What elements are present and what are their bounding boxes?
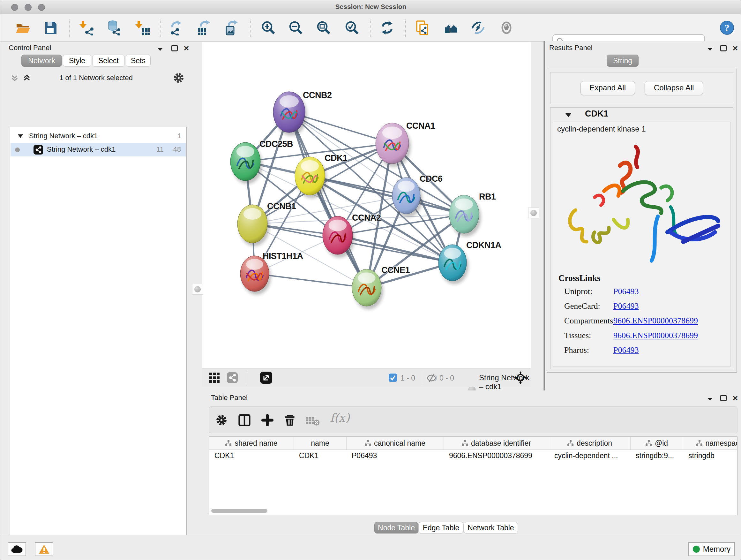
float-panel-icon[interactable] bbox=[156, 45, 164, 53]
export-image-icon[interactable] bbox=[224, 20, 239, 36]
network-edge[interactable] bbox=[338, 235, 453, 263]
close-panel-icon[interactable]: ✕ bbox=[731, 394, 739, 402]
network-node-CCNA1[interactable] bbox=[376, 123, 411, 167]
tab-edge-table[interactable]: Edge Table bbox=[418, 522, 464, 534]
zoom-selected-icon[interactable] bbox=[344, 20, 360, 36]
network-graph: CCNB2CCNA1CDC25BCDK1CDC6RB1CCNB1CCNA2CDK… bbox=[202, 42, 531, 368]
birdseye-crosshair-icon[interactable] bbox=[514, 371, 527, 384]
memory-button[interactable]: Memory bbox=[688, 542, 735, 556]
cell-database-identifier[interactable]: 9606.ENSP00000378699 bbox=[444, 449, 549, 462]
node-gloss bbox=[301, 160, 319, 172]
network-node-CDKN1A[interactable] bbox=[439, 245, 468, 284]
collapse-all-button[interactable]: Collapse All bbox=[645, 81, 703, 95]
import-table-icon[interactable] bbox=[135, 20, 150, 36]
crosslink-value-link[interactable]: P06493 bbox=[613, 346, 638, 355]
network-node-CCNB1[interactable] bbox=[238, 205, 269, 246]
column-header-name[interactable]: name bbox=[294, 437, 347, 449]
maximize-panel-icon[interactable] bbox=[720, 395, 727, 401]
zoom-fit-icon[interactable] bbox=[316, 20, 331, 36]
export-table-icon[interactable] bbox=[196, 20, 211, 36]
cell-name[interactable]: CDK1 bbox=[294, 449, 347, 462]
collapse-caret-icon[interactable] bbox=[17, 134, 23, 138]
delete-column-icon[interactable] bbox=[283, 414, 296, 427]
eye-slash-icon[interactable] bbox=[470, 20, 486, 36]
zoom-in-icon[interactable] bbox=[261, 20, 276, 36]
crosslink-value-link[interactable]: 9606.ENSP00000378699 bbox=[613, 316, 698, 326]
network-node-CCNA2[interactable] bbox=[323, 216, 354, 258]
expand-all-button[interactable]: Expand All bbox=[581, 81, 635, 95]
crosslink-value-link[interactable]: P06493 bbox=[613, 301, 638, 311]
detach-view-icon[interactable] bbox=[260, 372, 272, 384]
crosslink-value-link[interactable]: 9606.ENSP00000378699 bbox=[613, 331, 698, 340]
selected-checkbox-icon[interactable] bbox=[389, 374, 397, 382]
tab-select[interactable]: Select bbox=[92, 55, 125, 67]
column-header-shared-name[interactable]: shared name bbox=[209, 437, 294, 449]
cell-description[interactable]: cyclin-dependent ... bbox=[549, 449, 630, 462]
gear-icon[interactable] bbox=[173, 72, 185, 84]
network-edge[interactable] bbox=[289, 112, 367, 288]
crosslink-row: Tissues:9606.ENSP00000378699 bbox=[553, 331, 731, 346]
float-panel-icon[interactable] bbox=[706, 395, 714, 403]
share-view-icon[interactable] bbox=[227, 372, 238, 383]
cloud-button[interactable] bbox=[8, 542, 26, 556]
expand-all-icon[interactable] bbox=[22, 73, 31, 83]
network-node-RB1[interactable] bbox=[449, 195, 481, 237]
column-header--id[interactable]: @id bbox=[630, 437, 683, 449]
network-node-CDK1[interactable] bbox=[295, 157, 327, 198]
crosslink-value-link[interactable]: P06493 bbox=[613, 287, 638, 296]
column-header-label: @id bbox=[655, 439, 668, 448]
export-network-icon[interactable] bbox=[169, 20, 184, 36]
splitter-handle[interactable] bbox=[192, 284, 203, 295]
horizontal-scrollbar[interactable] bbox=[211, 509, 267, 513]
tab-network[interactable]: Network bbox=[21, 55, 62, 67]
import-network-icon[interactable] bbox=[79, 20, 94, 36]
network-edge[interactable] bbox=[255, 273, 367, 288]
tab-node-table[interactable]: Node Table bbox=[374, 522, 418, 534]
tab-network-table[interactable]: Network Table bbox=[464, 522, 518, 534]
maximize-panel-icon[interactable] bbox=[720, 45, 727, 51]
floppy-save-icon[interactable] bbox=[43, 20, 58, 36]
tab-sets[interactable]: Sets bbox=[126, 55, 151, 67]
close-panel-icon[interactable]: ✕ bbox=[731, 44, 739, 53]
network-node-HIST1H1A[interactable] bbox=[240, 256, 271, 295]
maximize-panel-icon[interactable] bbox=[172, 45, 178, 51]
add-column-icon[interactable] bbox=[261, 414, 274, 427]
zoom-out-icon[interactable] bbox=[288, 20, 304, 36]
splitter-handle[interactable] bbox=[528, 207, 539, 219]
float-panel-icon[interactable] bbox=[706, 45, 714, 53]
tab-string[interactable]: String bbox=[607, 55, 638, 67]
columns-icon[interactable] bbox=[238, 414, 251, 427]
cell-canonical-name[interactable]: P06493 bbox=[347, 449, 444, 462]
network-view-canvas[interactable]: CCNB2CCNA1CDC25BCDK1CDC6RB1CCNB1CCNA2CDK… bbox=[202, 42, 531, 368]
cell--id[interactable]: stringdb:9... bbox=[630, 449, 683, 462]
node-label-CCNA1: CCNA1 bbox=[406, 121, 435, 131]
selected-count: 1 - 0 bbox=[401, 374, 415, 382]
import-database-icon[interactable] bbox=[106, 20, 121, 36]
column-header-description[interactable]: description bbox=[549, 437, 630, 449]
double-house-icon[interactable] bbox=[444, 20, 459, 36]
column-header-canonical-name[interactable]: canonical name bbox=[347, 437, 444, 449]
gear-icon[interactable] bbox=[215, 414, 228, 427]
network-node-CCNB2[interactable] bbox=[273, 91, 307, 136]
help-icon[interactable]: ? bbox=[719, 20, 735, 36]
cell-namespace[interactable]: stringdb bbox=[683, 449, 738, 462]
collapse-all-icon[interactable] bbox=[10, 73, 19, 83]
network-collection-row[interactable]: String Network – cdk1 1 bbox=[10, 130, 186, 143]
node-gloss bbox=[280, 96, 299, 108]
copy-network-icon[interactable] bbox=[415, 20, 430, 36]
grid-view-icon[interactable] bbox=[209, 372, 220, 383]
warning-button[interactable] bbox=[35, 542, 53, 556]
eye-icon[interactable] bbox=[499, 20, 514, 36]
refresh-layout-icon[interactable] bbox=[380, 20, 395, 36]
tab-style[interactable]: Style bbox=[63, 55, 91, 67]
column-header-namespace[interactable]: namespace bbox=[683, 437, 738, 449]
section-caret-icon[interactable] bbox=[565, 113, 571, 118]
table-row[interactable]: CDK1CDK1P064939606.ENSP00000378699cyclin… bbox=[209, 449, 738, 462]
folder-open-icon[interactable] bbox=[15, 20, 30, 36]
column-header-database-identifier[interactable]: database identifier bbox=[444, 437, 549, 449]
network-node-CCNE1[interactable] bbox=[352, 269, 383, 309]
close-panel-icon[interactable]: ✕ bbox=[182, 44, 191, 53]
network-row-selected[interactable]: String Network – cdk1 11 48 bbox=[10, 143, 186, 157]
cell-shared-name[interactable]: CDK1 bbox=[209, 449, 294, 462]
node-gloss bbox=[455, 199, 473, 210]
